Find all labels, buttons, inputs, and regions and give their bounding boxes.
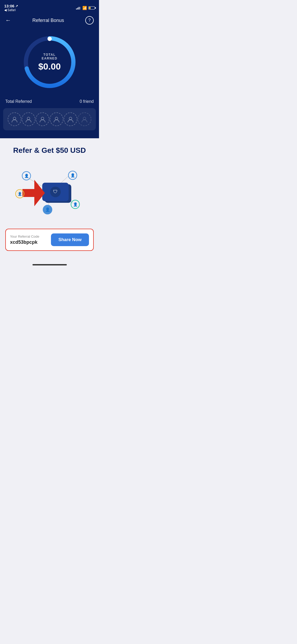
friend-slot-6 [78,112,91,126]
status-left: 13:06 ↗ ◀ Safari [4,4,18,12]
svg-point-6 [55,117,58,120]
wifi-icon: 📶 [82,6,87,10]
friend-slot-3 [36,112,49,126]
signal-bar-3 [79,7,79,10]
time-display: 13:06 [4,4,14,8]
circle-container: TOTAL EARNED $0.00 [0,28,99,99]
back-button[interactable]: ← [5,17,11,24]
nav-bar: ← Referral Bonus ? [0,13,99,28]
battery-fill [89,7,91,9]
help-icon: ? [88,18,91,23]
referral-code-box: Your Referral Code xcd53bpcpk Share Now [5,229,94,251]
browser-name: Safari [7,8,16,12]
refer-title: Refer & Get $50 USD [5,146,94,155]
home-bar [32,264,67,265]
referral-code-label: Your Referral Code [10,234,39,238]
signal-bars [76,6,81,10]
signal-bar-4 [80,7,81,10]
signal-bar-1 [76,8,77,10]
referral-code-value: xcd53bpcpk [10,240,39,245]
total-earned-label: TOTAL EARNED [35,53,64,60]
svg-text:👤: 👤 [70,173,75,178]
svg-point-8 [83,117,86,120]
total-referred-value: 0 friend [80,99,94,104]
progress-circle: TOTAL EARNED $0.00 [21,33,79,91]
friend-slot-1 [8,112,21,126]
svg-point-3 [13,117,16,120]
svg-text:👤: 👤 [18,192,22,196]
signal-bar-2 [77,8,78,10]
share-now-button[interactable]: Share Now [51,233,89,246]
svg-text:👤: 👤 [73,202,78,207]
network-svg: 🛡 👤 👤 👤 👤 👤 [5,163,94,221]
bottom-section: Refer & Get $50 USD 🛡 👤 👤 [0,138,99,261]
total-earned-amount: $0.00 [35,61,64,72]
referral-stats: Total Referred 0 friend [0,99,99,108]
svg-text:🛡: 🛡 [53,189,58,194]
help-button[interactable]: ? [85,16,94,25]
top-section: ← Referral Bonus ? [0,13,99,138]
status-bar: 13:06 ↗ ◀ Safari 📶 [0,0,99,13]
svg-point-2 [48,37,52,41]
status-time: 13:06 ↗ [4,4,18,8]
total-referred-label: Total Referred [5,99,32,104]
svg-text:👤: 👤 [45,207,50,212]
friend-slot-2 [22,112,35,126]
browser-label: ◀ Safari [4,8,18,12]
friend-slot-4 [50,112,63,126]
svg-point-5 [41,117,44,120]
svg-point-4 [27,117,30,120]
svg-marker-17 [22,180,45,206]
battery-icon [88,6,95,10]
network-diagram: 🛡 👤 👤 👤 👤 👤 [5,163,94,221]
status-right: 📶 [76,6,95,10]
back-chevron: ◀ [4,8,7,12]
referral-code-info: Your Referral Code xcd53bpcpk [10,234,39,245]
friend-slot-5 [64,112,77,126]
page-title: Referral Bonus [32,18,64,23]
home-indicator [0,261,99,268]
location-icon: ↗ [15,4,18,8]
friends-row [3,108,96,130]
svg-point-7 [69,117,72,120]
svg-text:👤: 👤 [24,174,29,178]
circle-text: TOTAL EARNED $0.00 [35,53,64,72]
